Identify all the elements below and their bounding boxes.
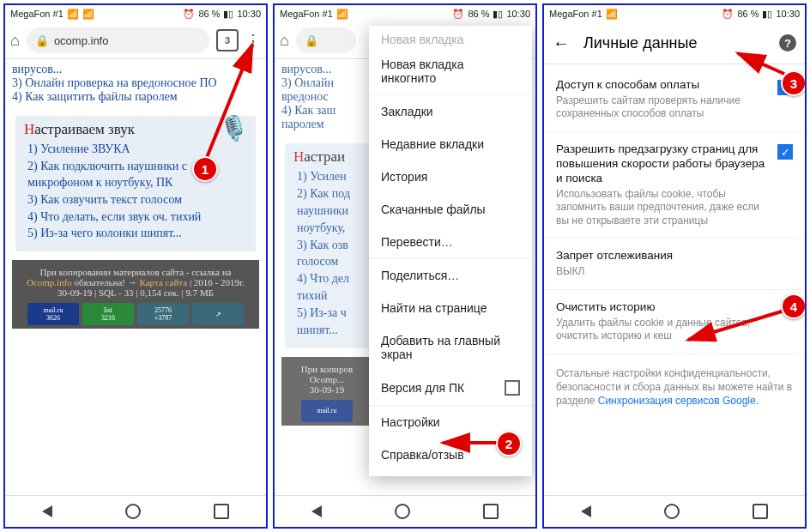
back-arrow-icon[interactable]: ← [553,33,570,53]
list-item[interactable]: 2) Как под [297,186,362,203]
footer-link[interactable]: Ocomp.info [27,277,72,287]
browser-toolbar: ⌂ 🔒 ocomp.info 3 ⋮ [5,22,266,59]
setting-label: Разрешить предзагрузку страниц для повыш… [556,142,769,186]
section-title: Настраиваем звук [24,121,247,138]
back-button[interactable] [581,505,591,517]
signal-icon: 📶 [336,9,348,20]
recent-button[interactable] [483,504,499,519]
back-button[interactable] [311,505,322,517]
counter-badge: mail.ru3626 [27,303,79,325]
carrier-label: MegaFon #1 [10,9,63,19]
menu-item-recent-tabs[interactable]: Недавние вкладки [369,128,532,160]
menu-item-history[interactable]: История [369,160,532,193]
setting-label: Доступ к способам оплаты [556,78,769,93]
settings-header: ← Личные данные ? [544,22,805,64]
annotation-badge-1: 1 [192,156,218,182]
alarm-icon: ⏰ [722,9,734,20]
menu-item-find[interactable]: Найти на странице [369,292,532,324]
list-item[interactable]: 3) Как озв [297,238,362,254]
setting-sublabel: Разрешить сайтам проверять наличие сохра… [556,94,769,121]
annotation-badge-3: 3 [781,70,807,96]
settings-footer-note: Остальные настройки конфиденциальности, … [544,354,805,420]
clock-label: 10:30 [237,9,261,19]
battery-label: 86 % [198,9,220,19]
list-item[interactable]: наушники [297,203,362,220]
home-button[interactable] [664,504,680,519]
section-title: Настраи [293,148,362,166]
android-nav-bar [275,495,535,527]
counter-badge: ↗ [192,303,244,325]
annotation-badge-4: 4 [781,293,807,319]
help-icon[interactable]: ? [779,34,796,51]
home-icon[interactable]: ⌂ [10,32,20,50]
setting-row-payment[interactable]: Доступ к способам оплаты Разрешить сайта… [544,68,805,132]
sound-section: Настраи 1) Усилен 2) Как под наушники но… [285,143,371,348]
home-button[interactable] [395,504,410,519]
home-icon[interactable]: ⌂ [280,32,289,50]
setting-sublabel: Удалить файлы cookie и данные сайтов, оч… [556,317,793,343]
menu-item-share[interactable]: Поделиться… [369,258,532,292]
menu-item-desktop-site[interactable]: Версия для ПК [369,371,532,405]
sound-section: 🎙️ Настраиваем звук 1) Усиление ЗВУКА 2)… [15,116,256,251]
menu-item-translate[interactable]: Перевести… [369,226,532,258]
recent-button[interactable] [753,504,768,519]
url-bar[interactable]: 🔒 ocomp.info [27,27,209,53]
clock-label: 10:30 [776,9,800,19]
lock-icon: 🔒 [305,34,318,47]
chrome-overflow-menu: Новая вкладка Новая вкладка инкогнито За… [369,26,532,476]
setting-row-clear-history[interactable]: Очистить историю Удалить файлы cookie и … [544,290,805,354]
list-item[interactable]: 5) Из-за ч [297,305,362,322]
page-link[interactable]: вирусов... [12,63,259,76]
counter-badge: 25776+3787 [137,303,189,325]
setting-label: Очистить историю [556,300,793,315]
url-bar[interactable]: 🔒 [296,27,356,53]
tabs-button[interactable]: 3 [216,29,239,51]
desktop-checkbox[interactable] [505,380,520,396]
lock-icon: 🔒 [35,34,49,47]
settings-content: Доступ к способам оплаты Разрешить сайта… [544,64,805,495]
android-nav-bar [5,495,266,527]
setting-row-preload[interactable]: Разрешить предзагрузку страниц для повыш… [544,132,805,239]
list-item[interactable]: 3) Как озвучить текст голосом [27,192,247,209]
recent-button[interactable] [214,504,229,519]
list-item[interactable]: 5) Из-за чего колонки шипят... [27,226,247,242]
menu-item-incognito[interactable]: Новая вкладка инкогнито [369,48,532,94]
status-bar: MegaFon #1 📶 📶 ⏰ 86 % ▮▯ 10:30 [5,5,266,22]
list-item[interactable]: 1) Усилен [297,169,362,185]
footer-stats: 30-09-19 | SQL - 33 | 0,154 сек. | 9.7 М… [17,287,254,298]
home-button[interactable] [125,504,141,519]
page-link[interactable]: 4) Как защитить файлы паролем [12,90,259,104]
list-item[interactable]: шипят... [297,323,362,339]
back-button[interactable] [42,505,52,517]
android-nav-bar [544,495,805,527]
menu-item-add-home[interactable]: Добавить на главный экран [369,324,532,371]
battery-icon: ▮▯ [223,9,233,20]
menu-item-bookmarks[interactable]: Закладки [369,94,532,128]
settings-title: Личные данные [583,34,765,52]
list-item[interactable]: тихий [297,288,362,305]
list-item[interactable]: голосом [297,254,362,270]
battery-label: 86 % [737,9,759,19]
carrier-label: MegaFon #1 [549,9,602,19]
setting-row-dnt[interactable]: Запрет отслеживания ВЫКЛ [544,239,805,289]
google-sync-link[interactable]: Синхронизация сервисов Google [598,395,756,407]
list-item[interactable]: 4) Что делать, если звук оч. тихий [27,209,247,226]
list-item[interactable]: ноутбуку, [297,221,362,237]
checkbox-checked-icon[interactable]: ✓ [777,144,793,160]
signal-icon: 📶 [606,9,618,20]
page-link[interactable]: 3) Онлайн проверка на вредоносное ПО [281,76,333,90]
footer-link[interactable]: Карта сайта [140,277,188,287]
signal-icon: 📶 [67,9,79,20]
menu-item-downloads[interactable]: Скачанные файлы [369,193,532,226]
page-link[interactable]: 3) Онлайн проверка на вредоносное ПО [12,76,259,90]
list-item[interactable]: 4) Что дел [297,271,362,287]
page-content: вирусов... 3) Онлайн проверка на вредоно… [5,59,266,495]
menu-item-new-tab[interactable]: Новая вкладка [369,31,532,48]
list-item[interactable]: 1) Усиление ЗВУКА [27,142,247,158]
phone-screenshot-2: MegaFon #1 📶 ⏰ 86 % ▮▯ 10:30 ⌂ 🔒 вирусов… [273,3,537,529]
counter-badge: list3216 [82,303,134,325]
phone-screenshot-1: MegaFon #1 📶 📶 ⏰ 86 % ▮▯ 10:30 ⌂ 🔒 ocomp… [3,3,268,529]
annotation-badge-2: 2 [496,431,522,456]
status-bar: MegaFon #1 📶 ⏰ 86 % ▮▯ 10:30 [275,5,535,22]
page-footer: При копировOcomp... 30-09-19 mail.ru [281,357,372,426]
